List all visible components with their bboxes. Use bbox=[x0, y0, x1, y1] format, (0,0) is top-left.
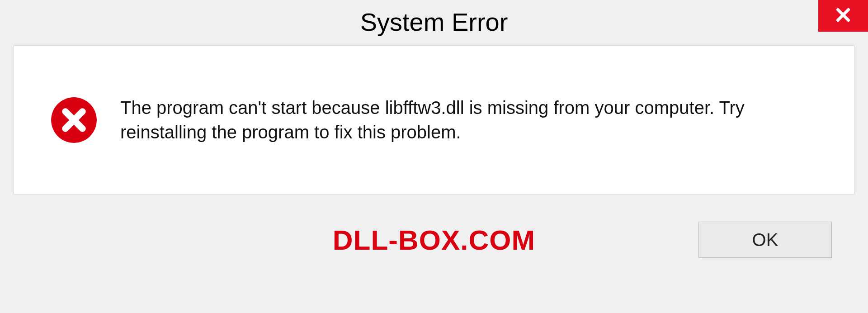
dialog-title: System Error bbox=[360, 7, 508, 37]
ok-button[interactable]: OK bbox=[698, 222, 832, 258]
error-icon bbox=[50, 96, 98, 144]
watermark-text: DLL-BOX.COM bbox=[333, 224, 535, 256]
close-icon bbox=[834, 6, 852, 26]
ok-button-label: OK bbox=[752, 230, 778, 250]
titlebar: System Error bbox=[0, 0, 868, 45]
dialog-body: The program can't start because libfftw3… bbox=[14, 45, 854, 194]
dialog-footer: DLL-BOX.COM OK bbox=[14, 208, 854, 271]
error-message: The program can't start because libfftw3… bbox=[120, 95, 818, 144]
close-button[interactable] bbox=[818, 0, 868, 32]
